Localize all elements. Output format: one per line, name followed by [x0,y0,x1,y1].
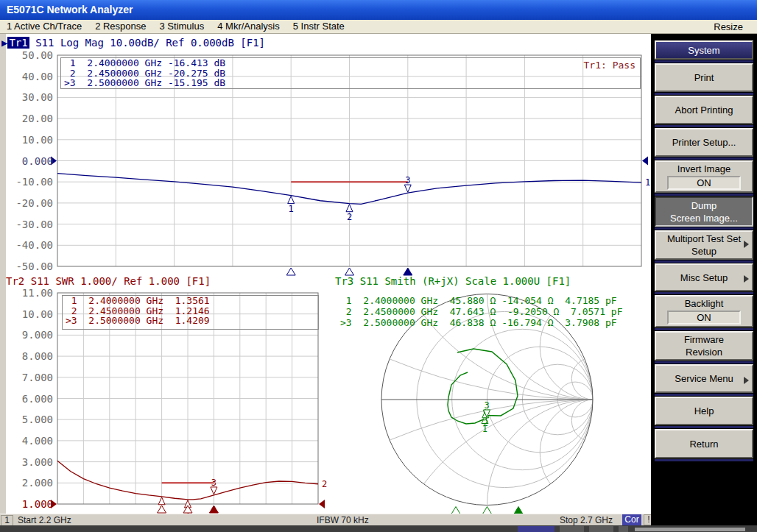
y-tick: 50.00 [6,50,53,60]
window-title: E5071C Network Analyzer [7,4,133,15]
trace2-header[interactable]: Tr2 S11 SWR 1.000/ Ref 1.000 [F1] [6,275,211,287]
y-tick: -30.00 [6,219,53,230]
softkey-printer-setup[interactable]: Printer Setup... [655,128,753,157]
window-titlebar: E5071C Network Analyzer [0,0,757,20]
softkey-label: Backlight [656,297,752,310]
softkey-toggle-value[interactable]: ON [667,311,741,324]
stop-frequency: Stop 2.7 GHz [560,515,613,525]
start-frequency: Start 2.2 GHz [18,515,71,525]
menu-item-resize[interactable]: Resize [707,21,750,32]
softkey-backlight[interactable]: BacklightON [655,295,753,327]
softkey-label: Screen Image... [656,212,752,224]
softkey-system[interactable]: System [655,40,753,60]
submenu-arrow-icon [744,275,749,283]
menu-item-3[interactable]: 3 Stimulus [153,20,211,32]
y-tick: 1.000 [6,499,53,509]
softkey-abort-printing[interactable]: Abort Printing [655,96,753,124]
softkey-label: Revision [656,346,752,358]
y-tick: 10.00 [6,309,53,319]
marker-row: 2 2.4500000 GHz -20.275 dB [61,68,640,79]
softkey-label: Print [656,71,752,84]
limit-test-status: Tr1: Pass [584,60,635,71]
marker-row: >3 2.5000000 GHz 46.838 Ω -16.794 Ω 3.79… [337,317,623,328]
softkey-service-menu[interactable]: Service Menu [655,364,753,393]
marker-row: 1 2.4000000 GHz 45.880 Ω -14.054 Ω 4.718… [337,295,623,306]
softkey-separator [655,260,753,263]
menu-items: 1 Active Ch/Trace2 Response3 Stimulus4 M… [0,21,351,32]
y-tick: 10.00 [6,135,53,145]
y-tick: 3.000 [6,457,53,467]
y-tick: 20.00 [6,113,53,124]
trace3-header[interactable]: Tr3 S11 Smith (R+jX) Scale 1.000U [F1] [335,275,571,287]
taskbar-cell-active [518,526,554,532]
y-tick: 9.000 [6,330,53,340]
menu-item-2[interactable]: 2 Response [88,20,152,32]
softkey-label: Misc Setup [656,272,752,284]
softkey-separator [655,394,753,396]
softkey-separator [655,426,753,428]
svg-text:2: 2 [483,418,488,428]
softkey-label: Setup [656,245,752,258]
softkey-print[interactable]: Print [655,63,753,92]
menu-item-4[interactable]: 4 Mkr/Analysis [211,20,286,32]
softkey-separator [655,93,753,95]
svg-text:3: 3 [484,400,489,411]
y-tick: 30.00 [6,92,53,102]
softkey-misc-setup[interactable]: Misc Setup [655,263,753,291]
marker-row: >3 2.5000000 GHz -15.195 dB [61,78,640,88]
window-left-border [0,34,6,514]
softkey-invert-image[interactable]: Invert ImageON [655,160,753,193]
taskbar-cell [619,526,628,532]
softkey-label: Printer Setup... [656,136,752,149]
trace2-marker-table: 1 2.4000000 GHz 1.3561 2 2.4500000 GHz 1… [62,295,319,330]
menu-bar: 1 Active Ch/Trace2 Response3 Stimulus4 M… [0,20,757,34]
trace1-chip: Tr1 [7,37,29,49]
softkey-label: Help [656,405,752,417]
softkey-separator [655,361,753,363]
y-tick: -50.00 [6,261,53,272]
softkey-separator [655,227,753,230]
clock-cell [635,528,745,531]
softkey-toggle-value[interactable]: ON [667,176,741,190]
softkey-separator [655,125,753,127]
network-analyzer-window: { "window": { "title": "E5071C Network A… [0,0,757,532]
svg-text:1: 1 [482,424,487,434]
submenu-arrow-icon [744,377,749,384]
softkey-separator [655,60,753,63]
softkey-label: Multiport Test Set [656,233,752,245]
y-tick: 4.000 [6,436,53,446]
softkey-label: Return [656,438,752,450]
softkey-separator [655,292,753,294]
softkey-label: Abort Printing [656,104,752,116]
softkey-separator [655,459,753,461]
svg-text:2: 2 [322,479,327,489]
y-tick: 7.000 [6,372,53,383]
menu-item-1[interactable]: 1 Active Ch/Trace [0,20,88,32]
softkey-label: System [656,44,752,57]
y-tick: -20.00 [6,198,53,208]
marker-row: >3 2.5000000 GHz 1.4209 [63,316,318,326]
trace1-format-label: S11 Log Mag 10.00dB/ Ref 0.000dB [F1] [29,37,265,49]
marker-row: 1 2.4000000 GHz 1.3561 [63,296,318,306]
softkey-firmware-revision[interactable]: FirmwareRevision [655,331,753,361]
svg-text:3: 3 [405,175,410,185]
correction-badge: Cor [622,514,641,525]
softkey-help[interactable]: Help [655,397,753,425]
trace1-header[interactable]: ▶Tr1 S11 Log Mag 10.00dB/ Ref 0.000dB [F… [1,37,265,49]
marker-row: 1 2.4000000 GHz -16.413 dB [61,58,640,68]
y-tick: 8.000 [6,351,53,361]
svg-text:2: 2 [347,212,352,222]
taskbar-cell [589,526,613,532]
softkey-separator [655,194,753,196]
taskbar-cell [560,526,584,532]
softkey-dump-screen-image[interactable]: DumpScreen Image... [655,196,753,227]
bottom-status-strip [0,525,757,532]
softkey-separator [655,328,753,330]
trace3-marker-table: 1 2.4000000 GHz 45.880 Ω -14.054 Ω 4.718… [337,295,623,328]
submenu-arrow-icon [744,241,749,248]
softkey-menu: SystemPrintAbort PrintingPrinter Setup..… [651,34,757,525]
ifbw-readout: IFBW 70 kHz [317,515,369,525]
menu-item-5[interactable]: 5 Instr State [286,20,351,32]
softkey-multiport-test-set-setup[interactable]: Multiport Test SetSetup [655,230,753,260]
softkey-return[interactable]: Return [655,429,753,458]
